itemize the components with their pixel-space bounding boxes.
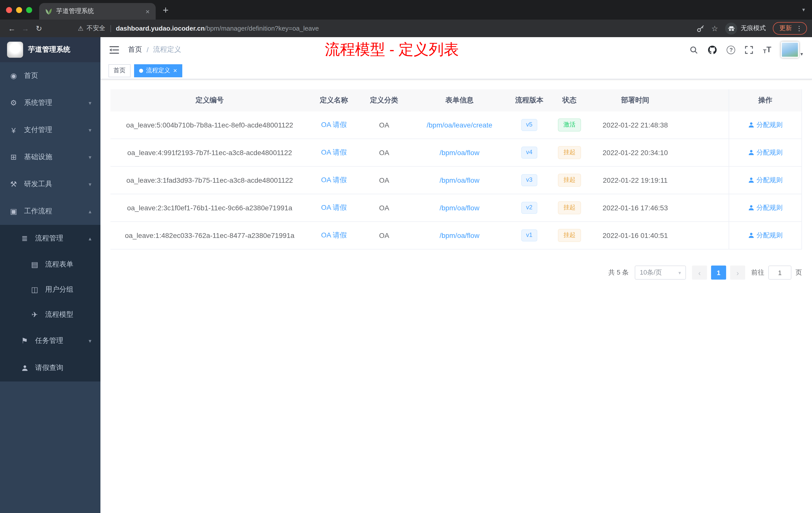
form-link[interactable]: /bpm/oa/flow (440, 149, 480, 157)
help-icon[interactable]: ? (727, 46, 735, 54)
search-icon[interactable] (690, 46, 698, 54)
deploy-time: 2022-01-16 17:46:53 (590, 194, 680, 221)
active-dot (139, 68, 143, 72)
tools-icon: ⚒ (9, 180, 18, 189)
version-badge: v4 (521, 147, 537, 158)
new-tab-button[interactable]: + (163, 5, 169, 15)
fullscreen-icon[interactable] (745, 46, 754, 54)
definition-name-link[interactable]: OA 请假 (321, 203, 347, 212)
definition-category: OA (359, 139, 409, 166)
sidebar-item-payment[interactable]: ¥ 支付管理 ▾ (0, 117, 100, 144)
chevron-down-icon: ▾ (89, 127, 91, 133)
sidebar-logo[interactable]: 芋道管理系统 (0, 37, 100, 62)
sidebar-item-task-mgmt[interactable]: ⚑ 任务管理 ▾ (0, 327, 100, 354)
font-size-icon[interactable]: TT (763, 45, 771, 54)
browser-nav-bar: ← → ↻ ⚠ 不安全 dashboard.yudao.iocoder.cn/b… (0, 20, 812, 37)
page-unit-label: 页 (795, 268, 802, 277)
assign-rule-button[interactable]: 分配规则 (748, 231, 783, 240)
sidebar-item-leave-query[interactable]: 请假查询 (0, 354, 100, 382)
definition-name-link[interactable]: OA 请假 (321, 176, 347, 185)
maximize-window-button[interactable] (26, 7, 32, 13)
version-badge: v1 (521, 230, 537, 241)
browser-tab[interactable]: 芋道管理系统 × (39, 3, 156, 20)
prev-page-button[interactable]: ‹ (692, 266, 707, 280)
key-icon[interactable] (696, 24, 704, 32)
update-button[interactable]: 更新 ⋮ (773, 22, 807, 35)
form-link[interactable]: /bpm/oa/flow (440, 204, 480, 212)
back-icon[interactable]: ← (5, 24, 19, 33)
row-spacer (680, 222, 729, 249)
user-icon (20, 365, 29, 371)
form-link[interactable]: /bpm/oa/leave/create (427, 121, 492, 129)
tag-home[interactable]: 首页 (109, 64, 130, 77)
sidebar-item-user-group[interactable]: ◫ 用户分组 (0, 277, 100, 302)
assign-rule-button[interactable]: 分配规则 (748, 176, 783, 185)
tab-search-icon[interactable]: ▾ (802, 6, 805, 13)
user-menu[interactable]: ▾ (781, 42, 803, 58)
security-label: 不安全 (86, 24, 105, 33)
assign-rule-button[interactable]: 分配规则 (748, 120, 783, 129)
breadcrumb: 首页 / 流程定义 (128, 45, 181, 54)
assign-rule-button[interactable]: 分配规则 (748, 148, 783, 157)
status-badge: 挂起 (558, 229, 581, 242)
sidebar-item-label: 用户分组 (45, 285, 73, 294)
menu-dots-icon[interactable]: ⋮ (796, 25, 803, 32)
tag-process-definition[interactable]: 流程定义 × (134, 64, 182, 77)
gear-icon: ⚙ (9, 98, 18, 108)
next-page-button[interactable]: › (730, 266, 745, 280)
assign-rule-button[interactable]: 分配规则 (748, 203, 783, 212)
column-header: 定义编号 (111, 89, 309, 112)
status-badge: 挂起 (558, 146, 581, 159)
breadcrumb-home[interactable]: 首页 (128, 45, 142, 54)
definition-id: oa_leave:3:1fad3d93-7b75-11ec-a3c8-acde4… (111, 167, 309, 194)
page-number-button[interactable]: 1 (711, 266, 726, 280)
table-row: oa_leave:2:3c1f0ef1-76b1-11ec-9c66-a2380… (111, 194, 802, 222)
sidebar-item-process-mgmt[interactable]: ≣ 流程管理 ▴ (0, 225, 100, 252)
tab-close-icon[interactable]: × (144, 7, 152, 15)
document-icon: ▤ (30, 260, 39, 269)
sidebar-item-infrastructure[interactable]: ⊞ 基础设施 ▾ (0, 144, 100, 171)
goto-page-input[interactable] (768, 266, 791, 280)
sidebar-item-system[interactable]: ⚙ 系统管理 ▾ (0, 89, 100, 117)
forward-icon[interactable]: → (19, 24, 32, 33)
definition-name-link[interactable]: OA 请假 (321, 120, 347, 129)
sidebar-item-process-model[interactable]: ✈ 流程模型 (0, 302, 100, 327)
deploy-time: 2022-01-22 20:34:10 (590, 139, 680, 166)
sidebar-item-label: 请假查询 (35, 363, 63, 372)
row-spacer (680, 139, 729, 166)
column-header: 流程版本 (510, 89, 549, 112)
github-icon[interactable] (708, 45, 717, 55)
reload-icon[interactable]: ↻ (32, 24, 46, 33)
update-label: 更新 (779, 24, 792, 33)
minimize-window-button[interactable] (16, 7, 22, 13)
close-window-button[interactable] (6, 7, 12, 13)
paper-plane-icon: ✈ (30, 310, 39, 319)
sidebar-item-home[interactable]: ◉ 首页 (0, 62, 100, 89)
table-row: oa_leave:3:1fad3d93-7b75-11ec-a3c8-acde4… (111, 167, 802, 194)
definition-id: oa_leave:1:482ec033-762a-11ec-8477-a2380… (111, 222, 309, 249)
sidebar-item-process-form[interactable]: ▤ 流程表单 (0, 252, 100, 277)
form-link[interactable]: /bpm/oa/flow (440, 176, 480, 184)
definition-category: OA (359, 112, 409, 139)
sidebar-item-workflow[interactable]: ▣ 工作流程 ▴ (0, 198, 100, 225)
security-chip[interactable]: ⚠ 不安全 (78, 24, 105, 33)
sidebar-item-label: 流程模型 (45, 310, 73, 319)
bookmark-star-icon[interactable]: ☆ (711, 24, 718, 33)
column-header: 表单信息 (409, 89, 510, 112)
address-bar[interactable]: dashboard.yudao.iocoder.cn/bpm/manager/d… (116, 25, 319, 32)
chevron-up-icon: ▴ (89, 208, 91, 215)
definition-name-link[interactable]: OA 请假 (321, 148, 347, 157)
close-icon[interactable]: × (173, 67, 177, 74)
avatar[interactable] (781, 42, 799, 58)
page-annotation: 流程模型 - 定义列表 (325, 39, 459, 60)
user-icon (748, 122, 754, 128)
hamburger-icon[interactable] (110, 46, 119, 54)
sidebar-item-devtools[interactable]: ⚒ 研发工具 ▾ (0, 171, 100, 198)
form-link[interactable]: /bpm/oa/flow (440, 232, 480, 239)
definition-id: oa_leave:2:3c1f0ef1-76b1-11ec-9c66-a2380… (111, 194, 309, 221)
incognito-label: 无痕模式 (741, 24, 766, 33)
table-row: oa_leave:5:004b710b-7b8a-11ec-8ef0-acde4… (111, 112, 802, 139)
goto-page: 前往 页 (751, 266, 802, 280)
definition-name-link[interactable]: OA 请假 (321, 231, 347, 240)
page-size-select[interactable]: 10条/页 ▾ (635, 266, 686, 280)
